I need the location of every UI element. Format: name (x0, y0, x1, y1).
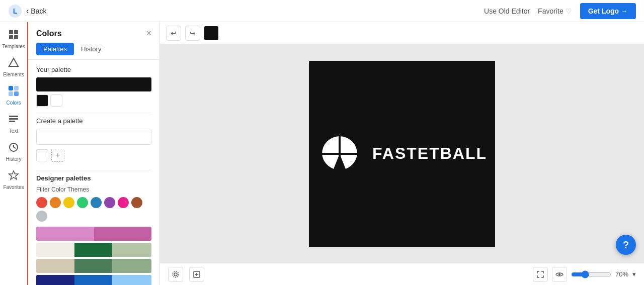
designer-palettes-label: Designer palettes (36, 174, 151, 182)
favorite-label: Favorite (538, 7, 564, 15)
palette-swatches (36, 94, 151, 107)
eye-icon (555, 270, 564, 278)
settings-icon (172, 270, 180, 278)
create-palette-section: Create a palette + (36, 117, 151, 162)
text-label: Text (9, 128, 18, 134)
filter-blue[interactable] (91, 197, 102, 208)
logo-inner: FASTETBALL (317, 131, 487, 176)
export-button[interactable] (189, 267, 204, 282)
sidebar-item-colors[interactable]: Colors (1, 82, 26, 109)
eye-button[interactable] (552, 267, 567, 282)
close-button[interactable]: × (146, 28, 151, 39)
panel-header: Colors × (28, 22, 159, 43)
editor-area: ↩ ↪ (160, 22, 644, 285)
sidebar-nav: Templates Elements Colors Text (0, 22, 28, 285)
export-icon (193, 270, 201, 278)
palette-row-1[interactable] (36, 227, 151, 241)
divider-1 (36, 113, 151, 113)
back-arrow-icon: ‹ (26, 7, 29, 16)
topbar-right: Use Old Editor Favorite ♡ Get Logo → (484, 3, 636, 19)
svg-text:L: L (13, 7, 18, 15)
swatch-white[interactable] (50, 94, 62, 107)
sidebar-item-elements[interactable]: Elements (1, 54, 26, 80)
svg-rect-8 (14, 86, 19, 90)
tab-history[interactable]: History (74, 43, 108, 55)
back-label: Back (31, 7, 46, 15)
add-swatch-button[interactable]: + (51, 149, 64, 162)
svg-rect-10 (14, 91, 19, 96)
new-swatch[interactable] (36, 149, 48, 161)
sidebar-item-history[interactable]: History (1, 139, 26, 165)
get-logo-button[interactable]: Get Logo → (580, 3, 636, 19)
svg-rect-3 (14, 30, 18, 34)
svg-rect-9 (9, 91, 13, 96)
logo-text: FASTETBALL (372, 144, 487, 163)
palette-row-4[interactable] (36, 275, 151, 285)
svg-point-20 (174, 273, 177, 276)
bottom-toolbar: 70% ▾ (160, 263, 644, 285)
favorite-button[interactable]: Favorite ♡ (538, 7, 572, 15)
panel-content: Your palette Create a palette + (28, 60, 159, 285)
svg-rect-4 (9, 35, 13, 39)
templates-icon (8, 29, 19, 43)
swatch-black[interactable] (36, 94, 48, 107)
your-palette-section: Your palette (36, 66, 151, 107)
zoom-slider-container (571, 270, 611, 278)
create-swatches: + (36, 149, 151, 162)
colors-panel: Colors × Palettes History Your palette C… (28, 22, 160, 285)
sidebar-item-templates[interactable]: Templates (1, 26, 26, 52)
fit-screen-icon (536, 270, 544, 278)
main-layout: Templates Elements Colors Text (0, 22, 644, 285)
filter-brown[interactable] (131, 197, 142, 208)
filter-orange[interactable] (50, 197, 61, 208)
history-icon (8, 142, 19, 155)
zoom-slider[interactable] (571, 270, 611, 278)
filter-gray[interactable] (36, 211, 47, 222)
heart-icon: ♡ (566, 7, 572, 15)
palette-row-3[interactable] (36, 259, 151, 273)
favorites-icon (8, 170, 19, 183)
history-label: History (6, 156, 21, 162)
templates-label: Templates (2, 44, 25, 49)
panel-tabs: Palettes History (28, 43, 159, 60)
svg-rect-5 (14, 35, 18, 39)
redo-button[interactable]: ↪ (185, 26, 200, 41)
app-logo: L (8, 4, 22, 18)
filter-green[interactable] (77, 197, 88, 208)
filter-purple[interactable] (104, 197, 115, 208)
filter-yellow[interactable] (63, 197, 74, 208)
canvas-area: FASTETBALL ? (160, 44, 644, 263)
fit-screen-button[interactable] (533, 267, 548, 282)
svg-rect-7 (9, 86, 13, 90)
help-button[interactable]: ? (616, 235, 636, 255)
use-old-editor-button[interactable]: Use Old Editor (484, 7, 530, 15)
tab-palettes[interactable]: Palettes (36, 43, 74, 55)
editor-toolbar: ↩ ↪ (160, 22, 644, 44)
settings-button[interactable] (168, 267, 183, 282)
filter-red[interactable] (36, 197, 47, 208)
create-palette-input[interactable] (36, 129, 151, 145)
color-swatch-toolbar[interactable] (204, 26, 218, 40)
palette-bar[interactable] (36, 77, 151, 91)
panel-title: Colors (36, 29, 62, 38)
create-palette-label: Create a palette (36, 117, 151, 125)
sidebar-item-text[interactable]: Text (1, 111, 26, 137)
divider-2 (36, 170, 151, 170)
undo-button[interactable]: ↩ (166, 26, 181, 41)
logo-symbol (317, 131, 362, 176)
colors-label: Colors (7, 100, 21, 106)
svg-rect-2 (9, 30, 13, 34)
color-filters (36, 197, 151, 222)
sidebar-item-favorites[interactable]: Favorites (1, 167, 26, 193)
zoom-dropdown[interactable]: ▾ (632, 270, 636, 278)
filter-pink[interactable] (118, 197, 129, 208)
back-button[interactable]: ‹ Back (26, 7, 46, 16)
topbar: L ‹ Back Use Old Editor Favorite ♡ Get L… (0, 0, 644, 22)
zoom-value: 70% (615, 270, 628, 278)
svg-marker-6 (9, 58, 18, 66)
svg-point-21 (173, 271, 179, 277)
svg-marker-17 (9, 171, 18, 179)
logo-canvas[interactable]: FASTETBALL (309, 61, 495, 247)
bottom-toolbar-left (168, 267, 204, 282)
palette-row-2[interactable] (36, 243, 151, 257)
